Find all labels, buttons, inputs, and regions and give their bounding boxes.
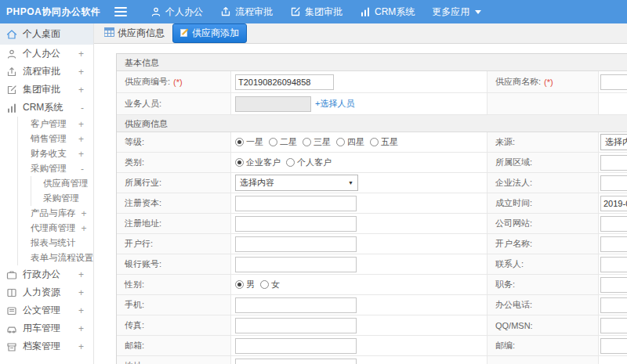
source-select[interactable]: 选择内容▼ <box>600 134 627 150</box>
radio-icon <box>260 280 269 289</box>
address-input[interactable] <box>235 359 357 364</box>
account-name-label: 开户名称: <box>487 234 599 254</box>
table-icon <box>104 27 114 39</box>
bank-branch-input[interactable] <box>235 236 357 252</box>
bank-branch-label: 开户行: <box>117 234 231 254</box>
position-label: 职务: <box>487 275 599 294</box>
tab-supplier-info[interactable]: 供应商信息 <box>104 27 165 40</box>
crm-submenu: 客户管理+ 销售管理+ 财务收支+ 采购管理- 供应商管理 采购管理 产品与库存… <box>17 117 93 265</box>
radio-enterprise-customer[interactable]: 企业客户 <box>235 157 281 168</box>
menu-toggle-icon[interactable] <box>114 7 127 16</box>
book-icon <box>6 287 17 298</box>
topnav-group-approval[interactable]: 集团审批 <box>290 5 342 19</box>
sidebar-item-admin-office[interactable]: 行政办公 + <box>0 265 93 283</box>
radio-personal-customer[interactable]: 个人客户 <box>286 157 332 168</box>
select-personnel-link[interactable]: +选择人员 <box>315 98 354 110</box>
radio-two-star[interactable]: 二星 <box>269 136 297 148</box>
sidebar-item-workflow-approval[interactable]: 流程审批 + <box>0 63 93 81</box>
category-radio-group: 企业客户 个人客户 <box>235 157 337 168</box>
main-area: 供应商信息 供应商添加 基本信息 供应商编号:(*) 供应商名称:(*) <box>94 23 627 364</box>
app-logo: PHPOA协同办公软件 <box>0 5 108 19</box>
account-name-input[interactable] <box>600 236 627 252</box>
fax-label: 传真: <box>117 315 231 335</box>
sidebar-item-reports-stats[interactable]: 报表与统计 <box>18 236 93 250</box>
founded-date-label: 成立时间: <box>487 193 599 213</box>
qq-msn-label: QQ/MSN: <box>487 315 599 335</box>
office-phone-input[interactable] <box>600 297 627 313</box>
region-label: 所属区域: <box>487 153 599 172</box>
content-area: 基本信息 供应商编号:(*) 供应商名称:(*) 业务人员: +选择人员 <box>94 44 627 364</box>
mobile-label: 手机: <box>117 295 231 315</box>
sidebar-item-crm-system[interactable]: CRM系统 - <box>0 99 93 117</box>
registered-capital-input[interactable] <box>235 196 357 211</box>
radio-three-star[interactable]: 三星 <box>303 136 331 148</box>
caret-down-icon <box>475 10 481 14</box>
top-navigation: 个人办公 流程审批 集团审批 CRM系统 更多应用 <box>150 5 481 19</box>
legal-person-input[interactable] <box>600 175 627 191</box>
gender-radio-group: 男 女 <box>235 279 285 290</box>
radio-one-star[interactable]: 一星 <box>235 136 263 148</box>
legal-person-label: 企业法人: <box>487 173 599 193</box>
website-input[interactable] <box>600 216 627 232</box>
qq-msn-input[interactable] <box>600 318 627 333</box>
add-doc-icon <box>180 28 189 39</box>
sidebar-item-archive-mgmt[interactable]: 档案管理 + <box>0 337 93 355</box>
position-input[interactable] <box>600 277 627 293</box>
select-arrow-icon: ▼ <box>348 180 353 186</box>
radio-male[interactable]: 男 <box>235 279 255 290</box>
sidebar-item-form-flow-settings[interactable]: 表单与流程设置+ <box>18 250 93 265</box>
supplier-name-input[interactable] <box>600 74 627 90</box>
sidebar-item-product-inventory[interactable]: 产品与库存+ <box>18 206 93 221</box>
supplier-code-label: 供应商编号:(*) <box>117 71 231 92</box>
topnav-personal-office[interactable]: 个人办公 <box>150 5 203 19</box>
sidebar-item-agent-mgmt[interactable]: 代理商管理+ <box>18 221 93 236</box>
radio-icon <box>303 138 311 146</box>
sidebar-item-sales-mgmt[interactable]: 销售管理+ <box>18 132 93 146</box>
industry-select[interactable]: 选择内容▼ <box>235 175 358 191</box>
topnav-more-apps[interactable]: 更多应用 <box>432 5 481 19</box>
zip-input[interactable] <box>600 338 627 354</box>
sidebar-item-supplier-mgmt[interactable]: 供应商管理 <box>31 176 93 191</box>
sidebar-item-group-approval[interactable]: 集团审批 + <box>0 81 93 99</box>
contact-person-input[interactable] <box>600 257 627 272</box>
radio-icon <box>336 138 345 146</box>
sidebar-item-purchase[interactable]: 采购管理 <box>31 191 93 206</box>
office-phone-label: 办公电话: <box>487 295 599 315</box>
sidebar-item-personal-office[interactable]: 个人办公 + <box>0 45 93 63</box>
sidebar-item-customer-mgmt[interactable]: 客户管理+ <box>18 117 93 132</box>
supplier-code-input[interactable] <box>235 74 334 90</box>
address-label: 地址: <box>117 356 231 364</box>
sidebar-item-official-docs[interactable]: 公文管理 + <box>0 301 93 319</box>
radio-selected-icon <box>235 138 244 146</box>
business-staff-input[interactable] <box>235 96 311 112</box>
radio-four-star[interactable]: 四星 <box>336 136 364 148</box>
founded-date-input[interactable] <box>600 196 627 211</box>
expand-plus: + <box>78 85 84 96</box>
radio-five-star[interactable]: 五星 <box>370 136 398 148</box>
sidebar-item-personal-desktop[interactable]: 个人桌面 <box>0 23 93 45</box>
radio-selected-icon <box>235 158 244 167</box>
sidebar-item-finance[interactable]: 财务收支+ <box>18 146 93 161</box>
region-input[interactable] <box>600 155 627 171</box>
archive-icon <box>6 341 17 352</box>
sidebar-item-purchase-mgmt[interactable]: 采购管理- <box>18 161 93 176</box>
empty-label <box>487 356 599 364</box>
sidebar-item-human-resources[interactable]: 人力资源 + <box>0 283 93 301</box>
collapse-minus: - <box>81 103 84 114</box>
email-input[interactable] <box>235 338 357 354</box>
tab-supplier-add[interactable]: 供应商添加 <box>172 23 247 43</box>
expand-plus: + <box>78 49 84 59</box>
registered-address-input[interactable] <box>235 216 357 232</box>
radio-icon <box>370 138 379 146</box>
topnav-crm-system[interactable]: CRM系统 <box>360 5 415 19</box>
bank-account-input[interactable] <box>235 257 357 272</box>
fax-input[interactable] <box>235 318 357 333</box>
edit-icon <box>6 85 17 96</box>
radio-female[interactable]: 女 <box>260 279 280 290</box>
sidebar-item-vehicle-mgmt[interactable]: 用车管理 + <box>0 319 93 337</box>
car-icon <box>6 323 17 334</box>
tab-bar: 供应商信息 供应商添加 <box>94 23 627 44</box>
mobile-input[interactable] <box>235 297 357 313</box>
topnav-workflow-approval[interactable]: 流程审批 <box>220 5 273 19</box>
home-icon <box>6 29 17 40</box>
